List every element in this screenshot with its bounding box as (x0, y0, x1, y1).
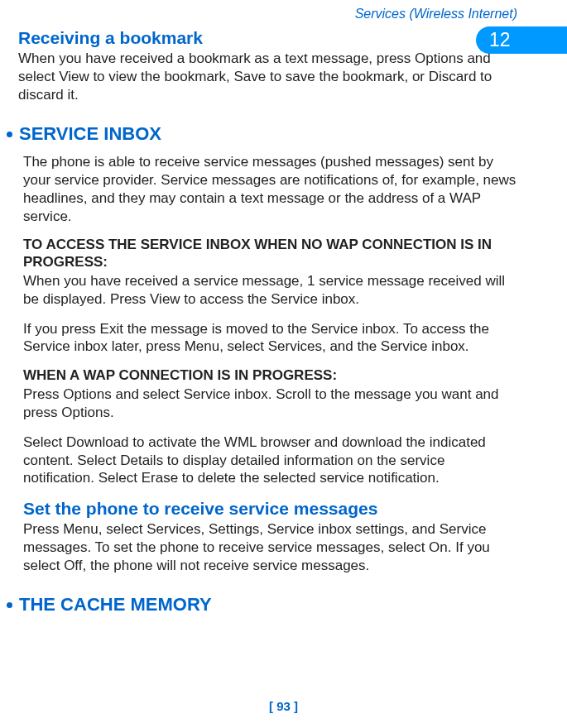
subheading-wap-progress: WHEN A WAP CONNECTION IS IN PROGRESS: (23, 367, 517, 384)
service-inbox-content: The phone is able to receive service mes… (18, 153, 517, 574)
body-receiving-bookmark: When you have received a bookmark as a t… (18, 50, 517, 103)
heading-cache-memory: THE CACHE MEMORY (18, 594, 517, 615)
body-no-wap-2: If you press Exit the message is moved t… (23, 320, 517, 357)
body-wap-progress-2: Select Download to activate the WML brow… (23, 433, 517, 487)
running-header: Services (Wireless Internet) (0, 0, 567, 22)
chapter-number-tab: 12 (476, 26, 567, 54)
bullet-icon (7, 132, 12, 137)
heading-service-inbox-text: SERVICE INBOX (19, 123, 161, 145)
body-service-inbox-intro: The phone is able to receive service mes… (23, 153, 517, 225)
bullet-icon (7, 602, 12, 608)
body-wap-progress-1: Press Options and select Service inbox. … (23, 386, 517, 422)
heading-receiving-bookmark: Receiving a bookmark (18, 28, 517, 48)
page-content: Receiving a bookmark When you have recei… (0, 22, 567, 615)
heading-cache-memory-text: THE CACHE MEMORY (19, 594, 212, 615)
body-no-wap-1: When you have received a service message… (23, 272, 517, 309)
heading-set-phone-receive: Set the phone to receive service message… (23, 499, 517, 519)
page-number-footer: [ 93 ] (0, 699, 567, 713)
body-set-phone-receive: Press Menu, select Services, Settings, S… (23, 520, 517, 574)
heading-service-inbox: SERVICE INBOX (18, 123, 517, 145)
subheading-no-wap: TO ACCESS THE SERVICE INBOX WHEN NO WAP … (23, 237, 517, 271)
